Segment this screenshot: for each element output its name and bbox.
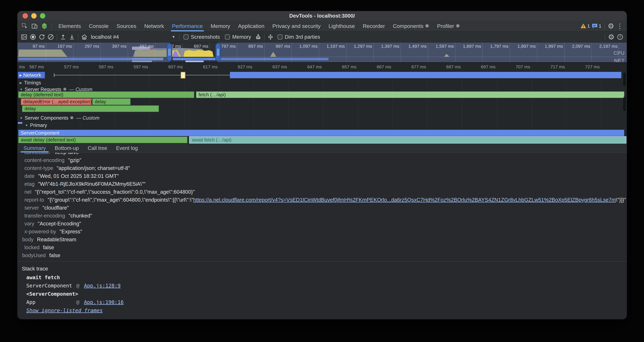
capture-settings-gear-icon[interactable]: ⚙ bbox=[607, 33, 616, 41]
download-profile-icon[interactable] bbox=[68, 33, 76, 41]
window-handle-left[interactable] bbox=[167, 43, 172, 61]
header-row: content-encoding"gzip" bbox=[18, 156, 627, 164]
window-handle-right[interactable] bbox=[215, 43, 221, 61]
network-request-bar-pending[interactable] bbox=[181, 72, 186, 79]
tab-lighthouse[interactable]: Lighthouse bbox=[324, 21, 359, 32]
collapse-triangle-icon[interactable]: ▼ bbox=[20, 116, 23, 120]
settings-gear-icon[interactable]: ⚙ bbox=[606, 22, 615, 30]
overview-time-label: 1,697 ms bbox=[463, 44, 481, 49]
expand-triangle-icon[interactable]: ▶ bbox=[20, 73, 22, 77]
tab-call-tree[interactable]: Call tree bbox=[83, 144, 112, 152]
flame-bar-await-delay[interactable]: await delay (deferred text) bbox=[18, 137, 188, 143]
reload-record-button[interactable] bbox=[38, 33, 46, 41]
history-select[interactable]: localhost #4 ▼ bbox=[89, 33, 178, 41]
detail-tab-bar: Summary Bottom-up Call tree Event log bbox=[18, 144, 627, 153]
minimize-window-button[interactable] bbox=[31, 13, 36, 19]
shortcuts-dialog-icon[interactable] bbox=[266, 33, 275, 41]
overview-tick bbox=[128, 43, 128, 62]
tab-recorder[interactable]: Recorder bbox=[359, 21, 389, 32]
overview-time-label: 1,497 ms bbox=[408, 44, 426, 49]
overview-tick bbox=[373, 43, 374, 62]
memory-checkbox[interactable]: Memory bbox=[225, 34, 251, 40]
overview-time-label: 997 ms bbox=[276, 44, 290, 49]
device-toolbar-icon[interactable] bbox=[30, 22, 39, 30]
response-properties: connection"keep-alive" content-encoding"… bbox=[18, 153, 627, 259]
warnings-button[interactable]: 1 bbox=[580, 22, 592, 30]
tab-privacy-security[interactable]: Privacy and security bbox=[268, 21, 324, 32]
report-endpoint-link[interactable]: https://a.nel.cloudflare.com/report/v4?s… bbox=[193, 197, 616, 203]
checkbox-box[interactable] bbox=[278, 35, 282, 40]
dim-3rd-parties-checkbox[interactable]: Dim 3rd parties bbox=[278, 34, 320, 40]
tab-console[interactable]: Console bbox=[85, 21, 113, 32]
source-location-link[interactable]: App.js:128:9 bbox=[84, 283, 120, 289]
inspect-element-icon[interactable] bbox=[20, 22, 29, 30]
flame-bar-delayed-error[interactable]: delayedError (…ayed exception) bbox=[21, 98, 92, 105]
header-row-report-to: report-to"{\"group\":\"cf-nel\",\"max_ag… bbox=[18, 196, 627, 204]
upload-profile-icon[interactable] bbox=[59, 33, 68, 41]
timeline-overview[interactable]: 97 ms197 ms297 ms397 ms497 ms597 ms697 m… bbox=[18, 43, 627, 63]
zoom-window-button[interactable] bbox=[40, 13, 45, 19]
ruler-time-label: 667 ms bbox=[377, 64, 391, 70]
tab-bottom-up[interactable]: Bottom-up bbox=[50, 144, 83, 152]
more-menu-icon[interactable]: ⋮ bbox=[615, 22, 624, 30]
home-icon[interactable] bbox=[80, 33, 89, 41]
track-network[interactable]: ▶ Network bbox=[18, 72, 45, 78]
tab-application[interactable]: Application bbox=[234, 21, 268, 32]
flame-bar-await-fetch-selected[interactable]: await fetch (…/api) bbox=[189, 136, 626, 144]
history-select-value: localhost #4 bbox=[91, 34, 119, 40]
expand-triangle-icon[interactable]: ▶ bbox=[20, 81, 22, 85]
ruler-time-label: 677 ms bbox=[411, 64, 426, 70]
tab-summary[interactable]: Summary bbox=[19, 144, 50, 152]
flame-bar-delay[interactable]: delay bbox=[92, 98, 130, 105]
checkbox-box[interactable] bbox=[184, 35, 188, 40]
source-location-link[interactable]: App.js:190:16 bbox=[84, 299, 124, 305]
stack-trace-title: Stack trace bbox=[18, 262, 627, 273]
tab-performance[interactable]: Performance bbox=[168, 21, 207, 32]
collect-garbage-icon[interactable] bbox=[254, 33, 262, 41]
collapse-triangle-icon[interactable]: ▼ bbox=[25, 124, 28, 127]
divider bbox=[78, 34, 78, 40]
screenshots-checkbox[interactable]: Screenshots bbox=[184, 34, 220, 40]
collapse-triangle-icon[interactable]: ▼ bbox=[20, 88, 23, 91]
tab-sources[interactable]: Sources bbox=[112, 21, 140, 32]
overview-time-scale: 97 ms197 ms297 ms397 ms497 ms597 ms697 m… bbox=[18, 43, 627, 62]
track-timings[interactable]: ▶ Timings bbox=[20, 80, 41, 86]
property-row: bodyUsedfalse bbox=[18, 251, 627, 259]
drag-handle-icon[interactable] bbox=[43, 73, 44, 77]
flame-chart[interactable]: 567 ms577 ms587 ms597 ms607 ms617 ms627 … bbox=[18, 63, 627, 144]
show-ignore-listed-frames-link[interactable]: Show ignore-listed frames bbox=[18, 306, 627, 314]
overview-time-label: 697 ms bbox=[194, 44, 208, 49]
flame-scrollbar-thumb[interactable] bbox=[623, 73, 626, 86]
tab-network[interactable]: Network bbox=[140, 21, 168, 32]
track-server-components[interactable]: ▼ Server Components — Custom bbox=[20, 115, 100, 121]
checkbox-box[interactable] bbox=[225, 35, 230, 40]
tab-event-log[interactable]: Event log bbox=[112, 144, 142, 152]
toggle-sidebar-icon[interactable] bbox=[20, 33, 28, 41]
divider bbox=[605, 34, 605, 40]
network-request-bar[interactable] bbox=[230, 72, 621, 78]
overview-time-label: 1,597 ms bbox=[436, 44, 454, 49]
flame-bar-delay-deferred[interactable]: delay (deferred text) bbox=[18, 91, 194, 98]
flame-bar-server-component[interactable]: ServerComponent bbox=[18, 130, 624, 136]
record-button[interactable] bbox=[28, 33, 38, 41]
clear-button[interactable] bbox=[46, 33, 55, 41]
overview-tick bbox=[428, 43, 428, 62]
tab-memory[interactable]: Memory bbox=[207, 21, 234, 32]
issues-button[interactable]: 1 bbox=[592, 22, 603, 30]
overview-time-label: 797 ms bbox=[221, 44, 236, 49]
tab-components[interactable]: Components bbox=[389, 21, 433, 32]
ruler-time-label: 717 ms bbox=[550, 64, 565, 70]
tab-profiler[interactable]: Profiler bbox=[433, 21, 464, 32]
flame-bar-delay[interactable]: delay bbox=[22, 105, 159, 112]
close-window-button[interactable] bbox=[22, 13, 28, 19]
header-row: server"cloudflare" bbox=[18, 204, 627, 212]
track-primary[interactable]: ▼ Primary bbox=[25, 122, 47, 128]
flame-bar-fetch-api[interactable]: fetch (…/api) bbox=[196, 91, 624, 98]
cpu-lane-label: CPU bbox=[614, 50, 624, 56]
flame-scrollbar-thumb[interactable] bbox=[623, 96, 626, 111]
help-icon[interactable]: ? bbox=[616, 33, 624, 41]
overview-tick bbox=[46, 43, 46, 62]
tab-elements[interactable]: Elements bbox=[54, 21, 85, 32]
divider bbox=[51, 23, 52, 29]
overview-time-label: 1,897 ms bbox=[518, 44, 536, 49]
